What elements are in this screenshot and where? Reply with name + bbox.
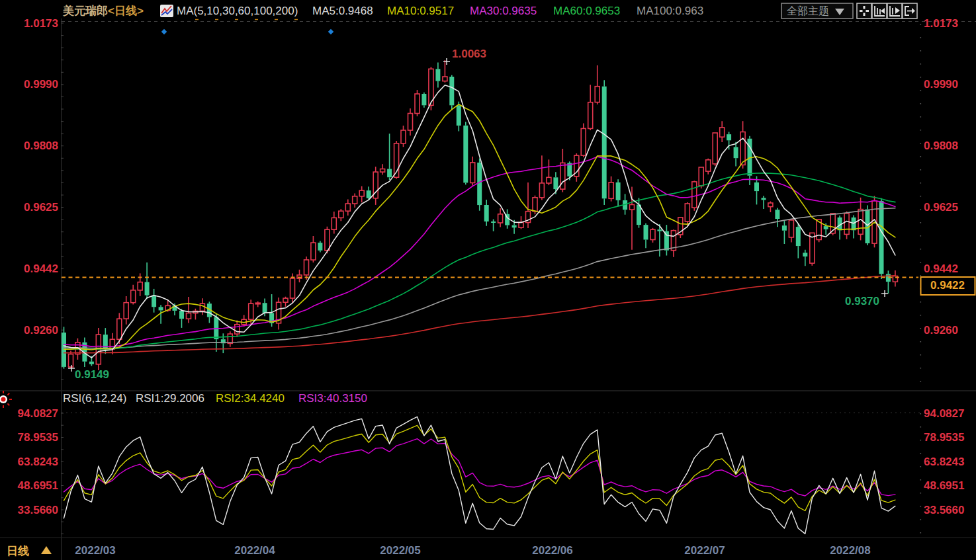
svg-text:0.9370: 0.9370	[845, 295, 879, 307]
svg-text:2022/03: 2022/03	[75, 544, 115, 557]
svg-text:0.9149: 0.9149	[75, 368, 109, 381]
svg-text:MA10:0.9517: MA10:0.9517	[387, 5, 454, 17]
svg-text:2022/07: 2022/07	[684, 544, 725, 557]
svg-text:日线: 日线	[7, 545, 29, 557]
svg-text:MA30:0.9635: MA30:0.9635	[470, 5, 537, 17]
svg-text:0.9260: 0.9260	[924, 324, 958, 337]
svg-text:0.9442: 0.9442	[924, 262, 958, 275]
svg-text:0.9808: 0.9808	[924, 140, 958, 152]
svg-text:2022/05: 2022/05	[380, 544, 420, 557]
svg-text:78.9535: 78.9535	[924, 431, 964, 444]
svg-text:94.0827: 94.0827	[18, 407, 58, 420]
svg-text:MA5:0.9468: MA5:0.9468	[312, 5, 373, 17]
svg-text:78.9535: 78.9535	[18, 431, 58, 444]
svg-text:MA100:0.963: MA100:0.963	[637, 5, 703, 17]
svg-text:美元瑞郎<日线>: 美元瑞郎<日线>	[62, 4, 144, 17]
svg-text:0.9422: 0.9422	[930, 279, 965, 292]
svg-text:RSI1:29.2006: RSI1:29.2006	[136, 392, 204, 405]
svg-text:0.9442: 0.9442	[24, 262, 58, 275]
svg-text:1.0063: 1.0063	[452, 48, 486, 60]
svg-text:2022/04: 2022/04	[234, 544, 275, 557]
svg-text:RSI2:34.4240: RSI2:34.4240	[216, 392, 285, 405]
svg-text:0.9625: 0.9625	[24, 201, 58, 214]
svg-text:33.5660: 33.5660	[924, 504, 964, 516]
svg-text:0.9625: 0.9625	[924, 201, 958, 214]
svg-text:全部主题: 全部主题	[787, 5, 829, 17]
svg-text:0.9260: 0.9260	[24, 324, 58, 337]
svg-text:0.9990: 0.9990	[24, 78, 58, 91]
svg-text:48.6951: 48.6951	[18, 479, 58, 492]
svg-text:63.8243: 63.8243	[18, 456, 58, 468]
svg-text:2022/06: 2022/06	[532, 544, 572, 557]
svg-text:33.5660: 33.5660	[18, 504, 58, 516]
svg-text:1.0173: 1.0173	[924, 17, 958, 30]
svg-text:48.6951: 48.6951	[924, 479, 964, 492]
svg-text:RSI(6,12,24): RSI(6,12,24)	[63, 392, 126, 405]
svg-text:MA(5,10,30,60,100,200): MA(5,10,30,60,100,200)	[177, 5, 298, 17]
svg-text:94.0827: 94.0827	[924, 407, 964, 420]
svg-text:2022/08: 2022/08	[830, 544, 870, 557]
svg-text:0.9990: 0.9990	[924, 78, 958, 91]
svg-text:63.8243: 63.8243	[924, 456, 964, 468]
svg-text:RSI3:40.3150: RSI3:40.3150	[298, 392, 367, 405]
svg-text:1.0173: 1.0173	[24, 17, 58, 30]
svg-text:0.9808: 0.9808	[24, 140, 58, 152]
svg-text:MA60:0.9653: MA60:0.9653	[553, 5, 620, 17]
